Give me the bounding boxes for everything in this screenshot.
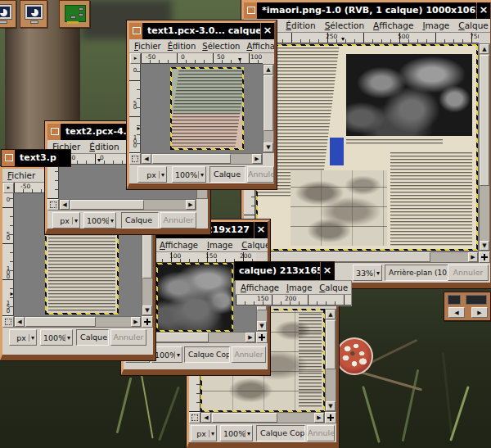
titlebar[interactable]: text1.pcx-3.0... calque) 111x153 × (129, 23, 274, 39)
pan-icon[interactable] (325, 412, 336, 423)
unit-select[interactable]: px ▾ (137, 166, 167, 183)
zoom-select[interactable]: 100% ▾ (40, 329, 73, 346)
scrollbar-thumb[interactable] (264, 75, 273, 131)
scroll-right-icon[interactable]: ▶ (468, 252, 478, 262)
horizontal-scrollbar[interactable]: ◀ ▶ (14, 316, 142, 328)
cancel-button[interactable]: Annuler (307, 425, 335, 441)
menu-affichage[interactable]: Affichage (160, 241, 198, 250)
scroll-down-icon[interactable]: ▼ (142, 305, 152, 315)
unit-select[interactable]: px ▾ (52, 212, 80, 229)
scroll-left-icon[interactable]: ◀ (142, 154, 151, 164)
pager-left-icon[interactable]: ◀ (448, 307, 465, 318)
menu-affichage[interactable]: Affichage (241, 283, 279, 292)
scroll-down-icon[interactable]: ▼ (480, 241, 489, 251)
scroll-right-icon[interactable]: ▶ (246, 333, 255, 342)
scrollbar-thumb[interactable] (146, 333, 209, 342)
menu-image[interactable]: Image (422, 20, 449, 30)
zoom-select[interactable]: 100% ▾ (220, 425, 253, 441)
menu-selection[interactable]: Sélection (325, 20, 364, 30)
ruler-corner-icon[interactable]: ▸ (130, 53, 141, 64)
menu-fichier[interactable]: Fichier (134, 42, 161, 51)
scrollbar-thumb[interactable] (212, 413, 277, 423)
desktop-icon[interactable] (20, 0, 47, 28)
pan-icon[interactable] (479, 251, 490, 263)
horizontal-scrollbar[interactable]: ◀ ▶ (255, 251, 479, 263)
pager-right-icon[interactable]: ▶ (471, 307, 488, 318)
scroll-left-icon[interactable]: ◀ (60, 200, 70, 210)
zoom-select[interactable]: 100% ▾ (151, 346, 182, 363)
titlebar[interactable]: text3.p (2, 150, 70, 166)
canvas[interactable] (141, 64, 263, 153)
scroll-left-icon[interactable]: ◀ (201, 413, 211, 423)
cancel-button[interactable]: Annuler (110, 329, 146, 346)
cancel-button[interactable]: Annuler (247, 166, 274, 183)
scrollbar-thumb[interactable] (25, 317, 96, 327)
cancel-button[interactable]: Annuler (160, 212, 196, 229)
scroll-up-icon[interactable]: ▲ (480, 44, 489, 54)
scrollbar-thumb[interactable] (267, 252, 430, 262)
horizontal-scrollbar[interactable]: ◀ ▶ (141, 153, 263, 165)
pan-icon[interactable] (256, 332, 268, 343)
scroll-left-icon[interactable]: ◀ (15, 317, 25, 327)
horizontal-scrollbar[interactable]: ◀ ▶ (200, 412, 325, 423)
scroll-right-icon[interactable]: ▶ (314, 413, 324, 423)
scroll-down-icon[interactable]: ▼ (264, 143, 273, 152)
scrollbar-thumb[interactable] (70, 200, 144, 210)
menu-image[interactable]: Image (207, 241, 232, 250)
ruler-corner-icon[interactable]: ▸ (3, 183, 14, 193)
menu-selection[interactable]: Sélection (202, 42, 240, 51)
scroll-up-icon[interactable]: ▲ (264, 65, 273, 75)
pager-thumbnail[interactable] (448, 295, 461, 305)
zoom-select[interactable]: 100% ▾ (83, 212, 116, 229)
menu-image[interactable]: Image (286, 283, 312, 292)
pager-widget[interactable]: ◀ ▶ (444, 292, 491, 321)
nav-toggle-icon[interactable] (129, 153, 141, 165)
unit-select[interactable]: px ▾ (191, 425, 217, 441)
close-icon[interactable]: × (260, 23, 274, 39)
menu-edition[interactable]: Édition (89, 142, 119, 152)
horizontal-scrollbar[interactable]: ◀ ▶ (59, 199, 196, 210)
nav-toggle-icon[interactable] (47, 199, 59, 210)
window-button-icon[interactable] (129, 23, 143, 39)
close-icon[interactable]: × (254, 222, 268, 238)
close-icon[interactable]: × (320, 262, 334, 280)
desktop-icon[interactable] (59, 0, 90, 28)
menu-calque[interactable]: Calque (458, 20, 488, 30)
cancel-button[interactable]: Annuler (232, 346, 266, 363)
scroll-right-icon[interactable]: ▶ (131, 317, 141, 327)
scroll-down-icon[interactable]: ▼ (326, 401, 336, 411)
window-button-icon[interactable] (244, 2, 258, 19)
menu-fichier[interactable]: Fichier (7, 170, 35, 180)
window-button-icon[interactable] (2, 150, 16, 166)
vertical-scrollbar[interactable]: ▲ ▼ (263, 64, 274, 153)
vertical-scrollbar[interactable]: ▲ ▼ (325, 309, 336, 412)
menu-edition[interactable]: Édition (168, 42, 196, 51)
scroll-right-icon[interactable]: ▶ (252, 154, 262, 164)
canvas[interactable] (255, 43, 479, 251)
pan-icon[interactable] (142, 316, 153, 328)
scroll-down-icon[interactable]: ▼ (257, 321, 267, 331)
pager-thumbnail[interactable] (466, 295, 487, 305)
scrollbar-thumb[interactable] (326, 320, 336, 369)
scroll-right-icon[interactable]: ▶ (186, 200, 196, 210)
nav-toggle-icon[interactable] (2, 316, 14, 328)
scrollbar-thumb[interactable] (480, 55, 489, 186)
zoom-select[interactable]: 100% ▾ (172, 166, 206, 183)
nav-toggle-icon[interactable] (189, 412, 200, 423)
scrollbar-thumb[interactable] (152, 154, 231, 164)
titlebar[interactable]: calque) 213x165 × (235, 262, 334, 280)
window-button-icon[interactable] (47, 124, 61, 140)
scroll-up-icon[interactable]: ▲ (326, 310, 336, 319)
vertical-scrollbar[interactable]: ▲ ▼ (479, 43, 490, 251)
cancel-button[interactable]: Annuler (448, 265, 489, 281)
zoom-select[interactable]: 33% ▾ (353, 265, 382, 281)
menu-affichage[interactable]: Affichage (246, 42, 274, 51)
menu-calque[interactable]: Calque (319, 283, 348, 292)
unit-select[interactable]: px ▾ (9, 329, 37, 346)
titlebar[interactable]: *imaori.png-1.0 (RVB, 1 calque) 1000x106… (244, 2, 490, 19)
menu-calque[interactable]: Calque (241, 241, 268, 250)
menu-edition[interactable]: Édition (286, 20, 315, 30)
menu-affichage[interactable]: Affichage (373, 20, 413, 30)
desktop-icon[interactable] (0, 0, 16, 28)
close-icon[interactable]: × (476, 2, 490, 19)
